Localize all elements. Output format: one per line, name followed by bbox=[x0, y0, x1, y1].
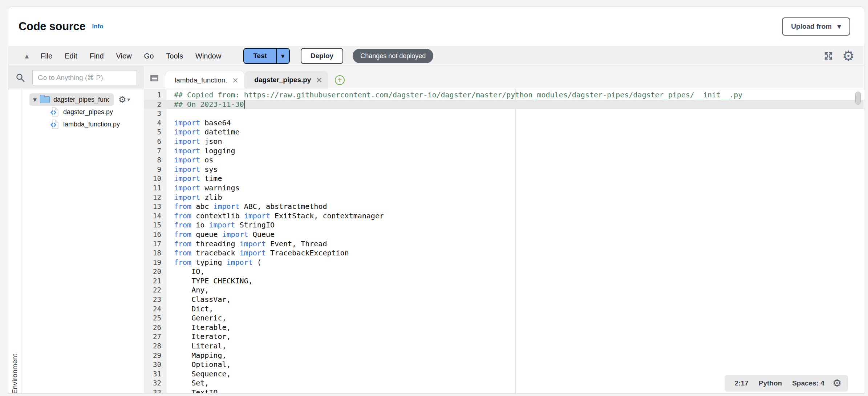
folder-icon bbox=[40, 96, 50, 103]
line-number: 31 bbox=[144, 369, 167, 379]
file-label: lambda_function.py bbox=[63, 121, 120, 128]
code-line[interactable]: 29 Mapping, bbox=[144, 351, 864, 360]
code-line[interactable]: 20 IO, bbox=[144, 267, 864, 276]
test-dropdown-button[interactable]: ▼ bbox=[276, 49, 289, 63]
new-tab-button[interactable]: + bbox=[335, 75, 345, 85]
language-mode[interactable]: Python bbox=[754, 379, 787, 387]
code-line[interactable]: 4import base64 bbox=[144, 118, 864, 128]
menu-item-window[interactable]: Window bbox=[189, 52, 227, 60]
code-line[interactable]: 13from abc import ABC, abstractmethod bbox=[144, 202, 864, 211]
test-button[interactable]: Test bbox=[244, 49, 276, 63]
tab-close-icon[interactable]: × bbox=[232, 76, 239, 84]
line-content: import warnings bbox=[167, 183, 240, 193]
line-number: 32 bbox=[144, 379, 167, 388]
line-content: TYPE_CHECKING, bbox=[167, 276, 253, 286]
code-line[interactable]: 23 ClassVar, bbox=[144, 295, 864, 304]
code-line[interactable]: 27 Iterator, bbox=[144, 332, 864, 342]
editor-settings-gear-icon[interactable]: ⚙ bbox=[830, 378, 843, 388]
code-line[interactable]: 12import zlib bbox=[144, 193, 864, 202]
line-content: import logging bbox=[167, 146, 235, 156]
code-line[interactable]: 16from queue import Queue bbox=[144, 230, 864, 239]
line-content: import datetime bbox=[167, 128, 240, 137]
line-number: 16 bbox=[144, 230, 167, 239]
folder-settings-gear-icon[interactable]: ⚙ bbox=[118, 95, 126, 104]
indentation-setting[interactable]: Spaces: 4 bbox=[787, 379, 830, 387]
info-link[interactable]: Info bbox=[92, 23, 103, 30]
menu-item-find[interactable]: Find bbox=[84, 52, 110, 60]
line-content: TextIO bbox=[167, 388, 218, 393]
code-line[interactable]: 11import warnings bbox=[144, 183, 864, 193]
code-line[interactable]: 30 Optional, bbox=[144, 360, 864, 369]
line-content: import time bbox=[167, 174, 222, 183]
menu-item-view[interactable]: View bbox=[110, 52, 138, 60]
left-panel: Environment ▼ dagster_pipes_funct ⚙ ▼ da… bbox=[8, 66, 144, 393]
panel-header: Code source Info Upload from ▼ bbox=[8, 7, 864, 46]
tab-dagster-pipes-py[interactable]: dagster_pipes.py× bbox=[245, 71, 328, 89]
cursor-position[interactable]: 2:17 bbox=[730, 379, 754, 387]
code-lines: 1## Copied from: https://raw.githubuserc… bbox=[144, 89, 864, 393]
line-number: 29 bbox=[144, 351, 167, 360]
line-content: from threading import Event, Thread bbox=[167, 239, 327, 249]
code-line[interactable]: 5import datetime bbox=[144, 128, 864, 137]
gear-icon[interactable]: ⚙ bbox=[842, 49, 855, 63]
line-number: 25 bbox=[144, 314, 167, 323]
code-line[interactable]: 14from contextlib import ExitStack, cont… bbox=[144, 211, 864, 221]
code-line[interactable]: 25 Generic, bbox=[144, 314, 864, 323]
code-line[interactable]: 22 Any, bbox=[144, 286, 864, 295]
fullscreen-icon[interactable] bbox=[823, 51, 833, 61]
upload-from-button[interactable]: Upload from ▼ bbox=[782, 17, 850, 36]
line-number: 13 bbox=[144, 202, 167, 211]
tree-folder-row[interactable]: ▼ dagster_pipes_funct ⚙ ▼ bbox=[21, 93, 144, 106]
line-content: from contextlib import ExitStack, contex… bbox=[167, 211, 384, 221]
code-line[interactable]: 26 Iterable, bbox=[144, 323, 864, 332]
line-number: 20 bbox=[144, 267, 167, 276]
chevron-down-icon[interactable]: ▼ bbox=[33, 97, 37, 102]
code-line[interactable]: 28 Literal, bbox=[144, 342, 864, 351]
editor-column: lambda_function.×dagster_pipes.py× + 1##… bbox=[144, 66, 864, 393]
line-number: 6 bbox=[144, 137, 167, 146]
line-content bbox=[167, 109, 174, 118]
code-line[interactable]: 10import time bbox=[144, 174, 864, 183]
code-line[interactable]: 6import json bbox=[144, 137, 864, 146]
line-content: Set, bbox=[167, 379, 209, 388]
code-line[interactable]: 3 bbox=[144, 109, 864, 118]
deploy-button[interactable]: Deploy bbox=[301, 48, 343, 64]
folder-label: dagster_pipes_funct bbox=[53, 96, 109, 104]
menu-item-tools[interactable]: Tools bbox=[160, 52, 189, 60]
code-line[interactable]: 15from io import StringIO bbox=[144, 221, 864, 230]
line-number: 9 bbox=[144, 165, 167, 174]
tab-lambda-function-[interactable]: lambda_function.× bbox=[165, 71, 245, 89]
page-title: Code source bbox=[19, 20, 85, 33]
menu-item-edit[interactable]: Edit bbox=[58, 52, 83, 60]
code-line[interactable]: 8import os bbox=[144, 155, 864, 165]
search-input[interactable] bbox=[32, 70, 137, 85]
tree-file-dagster-pipes-py[interactable]: dagster_pipes.py bbox=[21, 106, 144, 118]
line-number: 30 bbox=[144, 360, 167, 369]
code-line[interactable]: 1## Copied from: https://raw.githubuserc… bbox=[144, 90, 864, 100]
code-line[interactable]: 9import sys bbox=[144, 165, 864, 174]
tab-label: lambda_function. bbox=[175, 76, 227, 84]
line-number: 21 bbox=[144, 276, 167, 286]
line-content: from typing import ( bbox=[167, 258, 261, 267]
line-content: from abc import ABC, abstractmethod bbox=[167, 202, 327, 211]
code-line[interactable]: 24 Dict, bbox=[144, 304, 864, 314]
code-line[interactable]: 2## On 2023-11-30 bbox=[144, 100, 864, 109]
line-number: 19 bbox=[144, 258, 167, 267]
tab-close-icon[interactable]: × bbox=[316, 76, 322, 84]
code-line[interactable]: 7import logging bbox=[144, 146, 864, 156]
menu-item-go[interactable]: Go bbox=[138, 52, 160, 60]
tree-file-lambda-function-py[interactable]: lambda_function.py bbox=[21, 118, 144, 130]
code-line[interactable]: 19from typing import ( bbox=[144, 258, 864, 267]
python-file-icon bbox=[50, 120, 58, 129]
collapse-panel-icon[interactable]: ▲ bbox=[19, 53, 35, 59]
code-line[interactable]: 17from threading import Event, Thread bbox=[144, 239, 864, 249]
environment-rail[interactable]: Environment bbox=[8, 89, 21, 393]
vertical-scrollbar[interactable] bbox=[855, 92, 861, 105]
code-line[interactable]: 18from traceback import TracebackExcepti… bbox=[144, 248, 864, 258]
menu-item-file[interactable]: File bbox=[35, 52, 58, 60]
code-line[interactable]: 21 TYPE_CHECKING, bbox=[144, 276, 864, 286]
code-editor[interactable]: 1## Copied from: https://raw.githubuserc… bbox=[144, 89, 864, 393]
line-number: 26 bbox=[144, 323, 167, 332]
tab-list-button[interactable] bbox=[144, 66, 165, 89]
line-content: from io import StringIO bbox=[167, 221, 275, 230]
